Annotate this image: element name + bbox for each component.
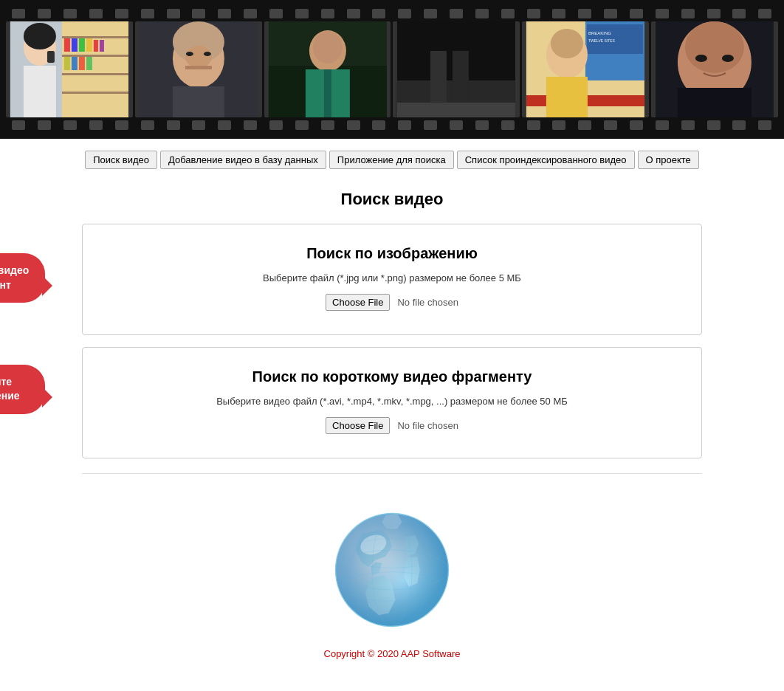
film-frame-5: BREAKING TWELVE SITES xyxy=(522,21,649,117)
svg-point-51 xyxy=(685,21,744,73)
svg-rect-13 xyxy=(64,57,70,70)
svg-rect-3 xyxy=(62,36,128,38)
copyright-text: Copyright © 2020 AAP Software xyxy=(324,648,461,659)
svg-point-34 xyxy=(313,31,343,63)
filmstrip: BREAKING TWELVE SITES xyxy=(0,0,784,139)
svg-rect-10 xyxy=(86,38,92,52)
film-frame-4 xyxy=(393,21,520,117)
svg-rect-47 xyxy=(546,77,588,117)
svg-rect-16 xyxy=(86,57,92,70)
video-search-card: Поиск по короткому видео фрагменту Выбер… xyxy=(82,347,702,458)
svg-point-53 xyxy=(695,55,707,62)
film-frame-3 xyxy=(264,21,391,117)
svg-rect-19 xyxy=(47,51,55,63)
svg-rect-39 xyxy=(397,103,515,117)
navigation: Поиск видео Добавление видео в базу данн… xyxy=(0,139,784,176)
video-choose-file-button[interactable]: Choose File xyxy=(326,417,390,434)
svg-rect-15 xyxy=(79,57,85,70)
svg-point-48 xyxy=(551,29,583,58)
nav-about[interactable]: О проекте xyxy=(638,151,699,169)
svg-point-20 xyxy=(24,23,56,49)
svg-rect-6 xyxy=(62,92,128,94)
image-search-card: Поиск по изображению Выберите файл (*.jp… xyxy=(82,224,702,335)
video-search-title: Поиск по короткому видео фрагменту xyxy=(112,368,672,385)
film-frame-6 xyxy=(651,21,778,117)
svg-rect-12 xyxy=(100,40,104,52)
video-no-file-label: No file chosen xyxy=(397,420,458,431)
globe-icon xyxy=(326,503,458,636)
nav-search-app[interactable]: Приложение для поиска xyxy=(329,151,454,169)
svg-text:BREAKING: BREAKING xyxy=(588,31,611,35)
svg-point-25 xyxy=(185,46,212,68)
svg-point-27 xyxy=(186,52,193,56)
svg-point-28 xyxy=(204,52,211,56)
image-choose-file-button[interactable]: Choose File xyxy=(326,294,390,311)
nav-indexed-list[interactable]: Список проиндексированного видео xyxy=(457,151,635,169)
svg-rect-8 xyxy=(72,38,78,52)
svg-rect-33 xyxy=(324,69,331,117)
svg-rect-11 xyxy=(94,40,98,52)
svg-rect-52 xyxy=(678,88,752,117)
image-no-file-label: No file chosen xyxy=(397,297,458,308)
image-search-title: Поиск по изображению xyxy=(112,245,672,262)
cards-container: Выберите видео фрагмент Поиск по изображ… xyxy=(82,224,702,458)
film-frame-2 xyxy=(135,21,262,117)
video-file-input-row: Choose File No file chosen xyxy=(112,417,672,434)
svg-rect-4 xyxy=(62,55,128,57)
svg-rect-14 xyxy=(72,57,78,70)
svg-rect-7 xyxy=(64,38,70,52)
nav-add-video[interactable]: Добавление видео в базу данных xyxy=(160,151,326,169)
svg-rect-18 xyxy=(24,66,56,117)
divider xyxy=(82,473,702,474)
video-search-desc: Выберите видео файл (*.avi, *.mp4, *.mkv… xyxy=(112,396,672,407)
callout-video: Выберите видео фрагмент xyxy=(0,253,45,303)
svg-rect-9 xyxy=(79,38,85,52)
content-area: Выберите видео фрагмент Поиск по изображ… xyxy=(67,224,717,681)
nav-search-video[interactable]: Поиск видео xyxy=(85,151,157,169)
svg-rect-5 xyxy=(62,73,128,75)
svg-point-54 xyxy=(722,55,734,62)
image-file-input-row: Choose File No file chosen xyxy=(112,294,672,311)
image-search-desc: Выберите файл (*.jpg или *.png) размером… xyxy=(112,272,672,283)
film-frame-1 xyxy=(6,21,133,117)
page-title: Поиск видео xyxy=(0,190,784,209)
svg-rect-26 xyxy=(185,66,212,69)
globe-section: Copyright © 2020 AAP Software xyxy=(82,489,702,681)
svg-text:TWELVE SITES: TWELVE SITES xyxy=(588,38,616,43)
svg-rect-24 xyxy=(173,86,224,117)
callout-image: Выберите изображение xyxy=(0,365,45,414)
